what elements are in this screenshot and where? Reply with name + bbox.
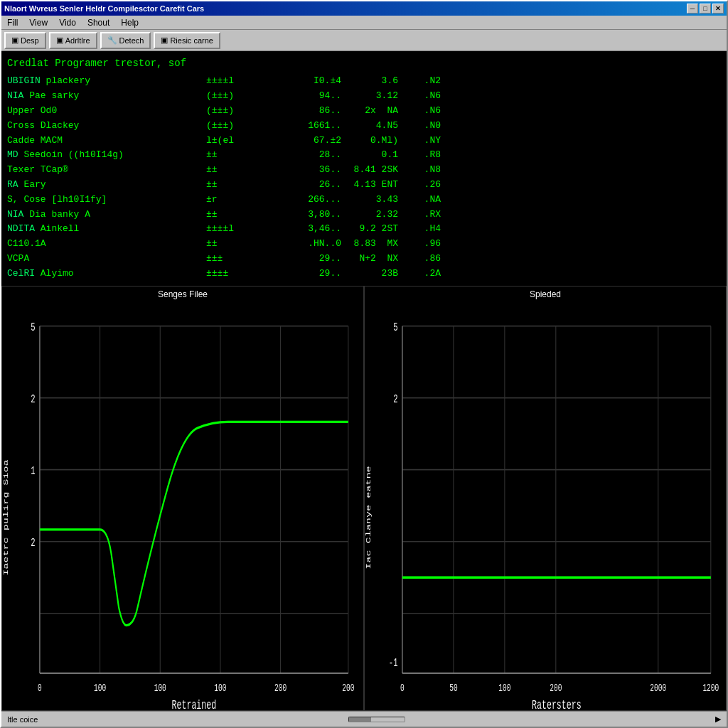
row-name: UBIGIN plackery (7, 74, 206, 89)
row-sym: (±±±) (206, 119, 270, 134)
toolbar-detech-icon: 🔧 (107, 36, 117, 45)
row-v2: 2x NA (341, 104, 398, 119)
maximize-button[interactable]: □ (700, 4, 711, 14)
svg-text:200: 200 (274, 682, 287, 695)
row-sym: ±±±±l (206, 74, 270, 89)
row-v1: 67.±2 (270, 134, 341, 149)
row-v1: 266... (270, 193, 341, 208)
row-v3: .R8 (398, 148, 441, 163)
row-v3: .NA (398, 193, 441, 208)
main-content: Credlat Programer trestor, sof UBIGIN pl… (1, 51, 727, 711)
close-button[interactable]: ✕ (712, 4, 724, 14)
table-row: VCPA ±±± 29.. N+2 NX .86 (7, 252, 721, 267)
data-area: Credlat Programer trestor, sof UBIGIN pl… (1, 51, 727, 286)
svg-text:1: 1 (31, 464, 35, 478)
svg-text:2000: 2000 (650, 682, 666, 695)
toolbar-adrltlre[interactable]: ▣ Adrltlre (49, 32, 97, 49)
row-v2: 4.13 ENT (341, 178, 398, 193)
row-v3: .96 (398, 237, 441, 252)
svg-text:5: 5 (31, 321, 35, 334)
table-row: C110.1A ±± .HN..0 8.83 MX .96 (7, 237, 721, 252)
svg-text:Retrained: Retrained (171, 697, 216, 709)
row-v1: 3,80.. (270, 208, 341, 223)
row-v3: .NY (398, 134, 441, 149)
row-v2: 9.2 2ST (341, 222, 398, 237)
table-row: MD Seedoin ((h10I14g) ±± 28.. 0.1 .R8 (7, 148, 721, 163)
row-v1: 1661.. (270, 119, 341, 134)
row-v1: 29.. (270, 267, 341, 282)
row-v3: .N2 (398, 74, 441, 89)
row-v3: .N6 (398, 104, 441, 119)
table-row: Cross Dlackey (±±±) 1661.. 4.N5 .N0 (7, 119, 721, 134)
menu-vido[interactable]: Vido (53, 16, 82, 29)
row-v2: 8.83 MX (341, 237, 398, 252)
svg-text:100: 100 (214, 682, 226, 695)
row-sym: ±± (206, 237, 270, 252)
table-row: S, Cose [lh10I1fy] ±r 266... 3.43 .NA (7, 193, 721, 208)
row-v3: .86 (398, 252, 441, 267)
row-v1: 26.. (270, 178, 341, 193)
minimize-button[interactable]: ─ (687, 4, 698, 14)
menu-fill[interactable]: Fill (1, 16, 23, 29)
table-row: RA Eary ±± 26.. 4.13 ENT .26 (7, 178, 721, 193)
row-sym: ±±±± (206, 267, 270, 282)
main-window: Nlaort Wvreus Senler Heldr Compilesctor … (0, 0, 728, 728)
svg-text:100: 100 (94, 682, 106, 695)
row-v1: 29.. (270, 252, 341, 267)
row-name: VCPA (7, 252, 206, 267)
row-v3: .2A (398, 267, 441, 282)
svg-text:50: 50 (449, 682, 457, 695)
row-v1: 28.. (270, 148, 341, 163)
menu-help[interactable]: Help (115, 16, 144, 29)
row-sym: ±± (206, 178, 270, 193)
svg-text:-1: -1 (389, 655, 398, 669)
table-row: NIA Pae sarky (±±±) 94.. 3.12 .N6 (7, 89, 721, 104)
row-v1: 86.. (270, 104, 341, 119)
row-name: S, Cose [lh10I1fy] (7, 193, 206, 208)
menu-view[interactable]: View (23, 16, 53, 29)
row-sym: l±(el (206, 134, 270, 149)
toolbar-detech[interactable]: 🔧 Detech (100, 32, 151, 49)
scrollbar-right: ▶ (715, 714, 721, 724)
svg-text:2: 2 (31, 536, 35, 550)
svg-text:200: 200 (342, 682, 354, 695)
row-v1: I0.±4 (270, 74, 341, 89)
toolbar-riesic-icon: ▣ (161, 36, 168, 45)
row-v1: 36.. (270, 163, 341, 178)
menu-shout[interactable]: Shout (82, 16, 115, 29)
row-sym: ±r (206, 193, 270, 208)
svg-text:5: 5 (393, 321, 397, 334)
svg-text:Iac  Clanye  eatne: Iac Clanye eatne (365, 466, 373, 569)
row-v3: .N8 (398, 163, 441, 178)
svg-text:200: 200 (550, 682, 562, 695)
row-v3: .N6 (398, 89, 441, 104)
svg-text:2: 2 (31, 392, 35, 406)
left-chart: Senges Filee (1, 286, 364, 711)
menubar: Fill View Vido Shout Help (1, 16, 727, 30)
svg-text:Iaetrc pulirg Sioa: Iaetrc pulirg Sioa (2, 459, 10, 575)
row-sym: (±±±) (206, 89, 270, 104)
row-v2: 4.N5 (341, 119, 398, 134)
row-name: RA Eary (7, 178, 206, 193)
table-row: Texer TCap® ±± 36.. 8.41 2SK .N8 (7, 163, 721, 178)
left-chart-svg: 5 2 1 2 0 100 100 100 200 200 Retrained … (2, 302, 363, 709)
right-chart-title: Spieded (365, 287, 726, 302)
row-name: NDITA Ainkell (7, 222, 206, 237)
toolbar-desp[interactable]: ▣ Desp (4, 32, 46, 49)
table-row: Cadde MACM l±(el 67.±2 0.Ml) .NY (7, 134, 721, 149)
row-v3: .26 (398, 178, 441, 193)
charts-area: Senges Filee (1, 286, 727, 711)
toolbar: ▣ Desp ▣ Adrltlre 🔧 Detech ▣ Riesic carn… (1, 30, 727, 51)
row-sym: ±±±±l (206, 222, 270, 237)
row-sym: ±±± (206, 252, 270, 267)
status-text: Itle coice (7, 715, 38, 724)
toolbar-riesic[interactable]: ▣ Riesic carne (154, 32, 220, 49)
row-sym: ±± (206, 163, 270, 178)
header-line: Credlat Programer trestor, sof (7, 55, 721, 71)
row-v2: 3.6 (341, 74, 398, 89)
row-name: Upper Od0 (7, 104, 206, 119)
row-v1: .HN..0 (270, 237, 341, 252)
row-v1: 94.. (270, 89, 341, 104)
row-v3: .RX (398, 208, 441, 223)
row-sym: (±±±) (206, 104, 270, 119)
